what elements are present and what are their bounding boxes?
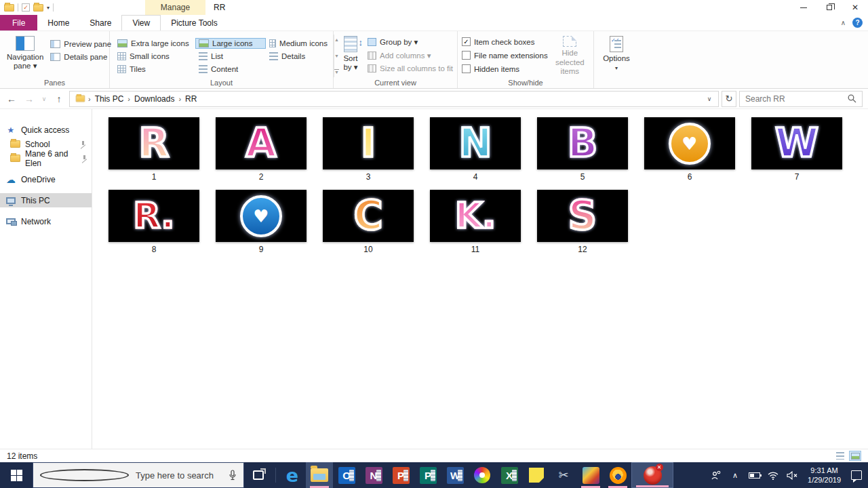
taskbar-app-sticky-notes[interactable]: [523, 462, 550, 488]
taskbar-app-onenote[interactable]: N: [360, 462, 387, 488]
details-view-toggle-button[interactable]: [834, 451, 846, 461]
large-icons-button[interactable]: Large icons: [195, 38, 266, 49]
thumbnail-view-toggle-button[interactable]: [849, 451, 861, 461]
up-button[interactable]: ↑: [52, 94, 66, 104]
item-check-boxes-checkbox[interactable]: ✓ Item check boxes: [462, 37, 548, 46]
volume-muted-icon[interactable]: [785, 471, 800, 480]
file-thumbnail[interactable]: B: [537, 117, 628, 169]
tab-share[interactable]: Share: [79, 15, 121, 30]
taskbar-app-red-app[interactable]: [631, 462, 673, 488]
tab-home[interactable]: Home: [37, 15, 79, 30]
file-item-5[interactable]: B5: [537, 117, 628, 183]
wifi-icon[interactable]: [766, 471, 781, 480]
taskbar-app-paint[interactable]: [469, 462, 496, 488]
breadcrumb-this-pc[interactable]: This PC: [91, 94, 128, 104]
breadcrumb-downloads[interactable]: Downloads: [130, 94, 178, 104]
list-button[interactable]: List: [195, 51, 266, 62]
file-thumbnail[interactable]: ♥: [644, 117, 735, 169]
file-name-extensions-checkbox[interactable]: File name extensions: [462, 51, 548, 60]
taskbar-app-powerpoint[interactable]: P: [387, 462, 414, 488]
file-item-3[interactable]: I3: [323, 117, 414, 183]
new-folder-icon[interactable]: [33, 4, 43, 12]
file-thumbnail[interactable]: A: [216, 117, 307, 169]
microphone-icon[interactable]: [229, 470, 237, 481]
file-item-11[interactable]: K.11: [430, 190, 521, 256]
taskbar-app-edge[interactable]: e: [279, 462, 306, 488]
size-all-columns-button[interactable]: Size all columns to fit: [368, 64, 453, 73]
customize-qat-dropdown-icon[interactable]: ▾: [47, 5, 50, 11]
taskbar-app-game[interactable]: [577, 462, 604, 488]
file-thumbnail[interactable]: K.: [430, 190, 521, 242]
file-item-2[interactable]: A2: [216, 117, 307, 183]
tab-view[interactable]: View: [121, 15, 161, 30]
start-button[interactable]: [0, 462, 33, 488]
show-hidden-icons-chevron[interactable]: ∧: [728, 471, 743, 480]
file-thumbnail[interactable]: W: [751, 117, 842, 169]
search-input[interactable]: Search RR: [739, 91, 863, 107]
sidebar-item-onedrive[interactable]: ☁OneDrive: [0, 172, 92, 186]
sidebar-item-this-pc[interactable]: This PC: [0, 193, 92, 207]
minimize-button[interactable]: [791, 0, 816, 15]
file-thumbnail[interactable]: R.: [108, 190, 199, 242]
address-dropdown-icon[interactable]: ∨: [703, 96, 715, 102]
taskbar-app-file-explorer[interactable]: [306, 462, 333, 488]
taskbar-app-firefox[interactable]: [604, 462, 631, 488]
group-by-button[interactable]: Group by ▾: [368, 37, 453, 47]
taskbar-app-snipping-tool[interactable]: ✂: [550, 462, 577, 488]
taskbar-app-publisher[interactable]: P: [414, 462, 441, 488]
battery-icon[interactable]: [747, 472, 762, 479]
action-center-icon[interactable]: [849, 470, 864, 480]
file-item-8[interactable]: R.8: [108, 190, 199, 256]
clock[interactable]: 9:31 AM 1/29/2019: [804, 466, 845, 485]
extra-large-icons-button[interactable]: Extra large icons: [114, 38, 195, 49]
sidebar-item-network[interactable]: Network: [0, 214, 92, 228]
file-item-10[interactable]: C10: [323, 190, 414, 256]
small-icons-button[interactable]: Small icons: [114, 51, 195, 62]
tiles-button[interactable]: Tiles: [114, 64, 195, 75]
forward-button[interactable]: →: [22, 94, 37, 104]
task-view-button[interactable]: [244, 462, 273, 488]
breadcrumb[interactable]: › This PC › Downloads › RR ∨: [69, 91, 719, 107]
tab-picture-tools[interactable]: Picture Tools: [161, 15, 227, 30]
file-thumbnail[interactable]: I: [323, 117, 414, 169]
tab-manage[interactable]: Manage: [145, 0, 205, 15]
people-icon[interactable]: [709, 470, 724, 480]
breadcrumb-rr[interactable]: RR: [181, 94, 201, 104]
file-thumbnail[interactable]: ♥: [216, 190, 307, 242]
file-item-1[interactable]: R1: [108, 117, 199, 183]
details-button[interactable]: Details: [266, 51, 331, 62]
hidden-items-checkbox[interactable]: Hidden items: [462, 64, 548, 73]
help-icon[interactable]: ?: [852, 18, 863, 28]
taskbar-app-excel[interactable]: X: [496, 462, 523, 488]
tab-file[interactable]: File: [0, 15, 37, 30]
close-button[interactable]: ✕: [842, 0, 868, 15]
file-item-6[interactable]: ♥6: [644, 117, 735, 183]
navigation-pane-button[interactable]: Navigation pane ▾: [4, 35, 46, 77]
file-item-9[interactable]: ♥9: [216, 190, 307, 256]
sidebar-item-mane-6-and-elen[interactable]: Mane 6 and Elen: [0, 151, 92, 165]
sort-by-button[interactable]: ↕ Sort by ▾: [338, 35, 363, 77]
add-columns-button[interactable]: Add columns ▾: [368, 51, 453, 60]
taskbar-search-input[interactable]: Type here to search: [33, 462, 244, 488]
taskbar-app-outlook[interactable]: O: [333, 462, 360, 488]
file-item-4[interactable]: N4: [430, 117, 521, 183]
collapse-ribbon-icon[interactable]: ∧: [841, 19, 846, 26]
file-item-12[interactable]: S12: [537, 190, 628, 256]
hide-selected-items-button[interactable]: Hide selected items: [551, 35, 589, 77]
restore-button[interactable]: [816, 0, 842, 15]
options-button[interactable]: Options ▾: [598, 35, 635, 73]
content-button[interactable]: Content: [195, 64, 266, 75]
back-button[interactable]: ←: [4, 94, 19, 104]
sidebar-item-quick-access[interactable]: ★Quick access: [0, 123, 92, 137]
file-thumbnail[interactable]: R: [108, 117, 199, 169]
preview-pane-button[interactable]: Preview pane: [50, 40, 111, 48]
file-thumbnail[interactable]: N: [430, 117, 521, 169]
file-item-7[interactable]: W7: [751, 117, 842, 183]
refresh-button[interactable]: ↻: [722, 91, 736, 107]
file-thumbnail[interactable]: C: [323, 190, 414, 242]
file-thumbnail[interactable]: S: [537, 190, 628, 242]
properties-icon[interactable]: ✓: [22, 3, 30, 12]
medium-icons-button[interactable]: Medium icons: [266, 38, 331, 49]
recent-locations-dropdown-icon[interactable]: ∨: [39, 96, 49, 102]
taskbar-app-word[interactable]: W: [441, 462, 469, 488]
